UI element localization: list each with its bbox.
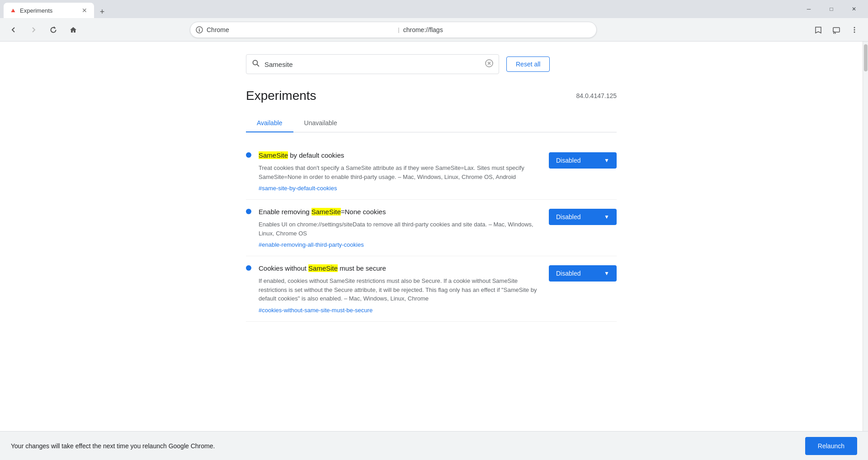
tabs: Available Unavailable — [246, 114, 617, 132]
experiment-title: Cookies without SameSite must be secure — [259, 263, 542, 273]
experiment-link[interactable]: #cookies-without-same-site-must-be-secur… — [259, 307, 373, 314]
experiment-dropdown[interactable]: Disabled ▼ — [549, 152, 617, 169]
menu-button[interactable] — [846, 22, 863, 38]
experiment-control: Disabled ▼ — [549, 265, 617, 282]
address-site-name: Chrome — [207, 26, 394, 33]
experiment-info: Enable removing SameSite=None cookiesEna… — [259, 207, 542, 249]
experiment-item: Enable removing SameSite=None cookiesEna… — [246, 200, 617, 256]
bottom-bar: Your changes will take effect the next t… — [0, 431, 868, 460]
forward-button[interactable] — [25, 22, 42, 38]
experiment-description: If enabled, cookies without SameSite res… — [259, 277, 542, 303]
address-url: chrome://flags — [403, 26, 591, 33]
experiment-bullet — [246, 265, 251, 271]
relaunch-button[interactable]: Relaunch — [805, 437, 857, 455]
tab-unavailable[interactable]: Unavailable — [293, 114, 348, 132]
svg-text:ℹ: ℹ — [198, 28, 200, 33]
close-tab-button[interactable]: ✕ — [80, 6, 89, 14]
highlight-text: SameSite — [308, 264, 338, 272]
address-bar[interactable]: ℹ Chrome | chrome://flags — [190, 22, 597, 38]
experiment-info: Cookies without SameSite must be secureI… — [259, 263, 542, 314]
experiment-item: SameSite by default cookiesTreat cookies… — [246, 143, 617, 200]
experiment-link[interactable]: #enable-removing-all-third-party-cookies — [259, 241, 364, 248]
tab-available[interactable]: Available — [246, 114, 293, 132]
browser-tab[interactable]: 🔺 Experiments ✕ — [4, 3, 94, 18]
search-box[interactable] — [246, 54, 499, 74]
highlight-text: SameSite — [259, 151, 288, 159]
experiment-link[interactable]: #same-site-by-default-cookies — [259, 185, 337, 192]
svg-point-4 — [854, 29, 855, 30]
highlight-text: SameSite — [311, 208, 341, 216]
svg-point-6 — [253, 60, 258, 65]
experiment-title: SameSite by default cookies — [259, 150, 542, 160]
experiment-description: Treat cookies that don't specify a SameS… — [259, 164, 542, 181]
search-area: Reset all — [246, 51, 617, 74]
security-icon: ℹ — [196, 26, 203, 33]
experiment-info: SameSite by default cookiesTreat cookies… — [259, 150, 542, 192]
reset-all-button[interactable]: Reset all — [506, 56, 550, 72]
home-button[interactable] — [65, 22, 81, 38]
bookmark-button[interactable] — [810, 22, 826, 38]
svg-point-5 — [854, 31, 855, 33]
tabs-container: Available Unavailable — [246, 114, 617, 132]
maximize-button[interactable]: □ — [821, 2, 842, 16]
scrollbar-thumb[interactable] — [864, 44, 868, 71]
svg-point-3 — [854, 27, 855, 28]
experiment-dropdown[interactable]: Disabled ▼ — [549, 209, 617, 225]
chevron-down-icon: ▼ — [604, 270, 609, 277]
bottom-message: Your changes will take effect the next t… — [11, 442, 215, 450]
address-separator: | — [398, 26, 399, 33]
minimize-button[interactable]: ─ — [798, 2, 819, 16]
page-title: Experiments — [246, 89, 316, 103]
search-icon — [252, 59, 260, 70]
chevron-down-icon: ▼ — [604, 214, 609, 220]
main-content: Reset all Experiments 84.0.4147.125 Avai… — [0, 42, 863, 460]
page-title-area: Experiments 84.0.4147.125 — [246, 89, 617, 103]
scrollbar[interactable] — [863, 42, 868, 460]
experiment-dropdown[interactable]: Disabled ▼ — [549, 265, 617, 282]
svg-line-7 — [257, 64, 259, 66]
experiment-item: Cookies without SameSite must be secureI… — [246, 256, 617, 322]
version-text: 84.0.4147.125 — [576, 89, 617, 99]
experiments-list: SameSite by default cookiesTreat cookies… — [246, 143, 617, 322]
cast-button[interactable] — [828, 22, 844, 38]
experiment-bullet — [246, 209, 251, 214]
experiment-control: Disabled ▼ — [549, 209, 617, 225]
experiment-bullet — [246, 152, 251, 158]
back-button[interactable] — [5, 22, 22, 38]
experiment-title: Enable removing SameSite=None cookies — [259, 207, 542, 216]
reload-button[interactable] — [45, 22, 61, 38]
experiment-description: Enables UI on chrome://settings/siteData… — [259, 220, 542, 238]
experiment-control: Disabled ▼ — [549, 152, 617, 169]
tab-title: Experiments — [20, 7, 77, 14]
tab-favicon: 🔺 — [9, 7, 16, 14]
close-window-button[interactable]: ✕ — [844, 2, 864, 16]
svg-rect-2 — [833, 28, 840, 32]
search-clear-button[interactable] — [485, 59, 493, 70]
search-input[interactable] — [264, 61, 481, 68]
chevron-down-icon: ▼ — [604, 157, 609, 164]
new-tab-button[interactable]: + — [96, 5, 108, 18]
